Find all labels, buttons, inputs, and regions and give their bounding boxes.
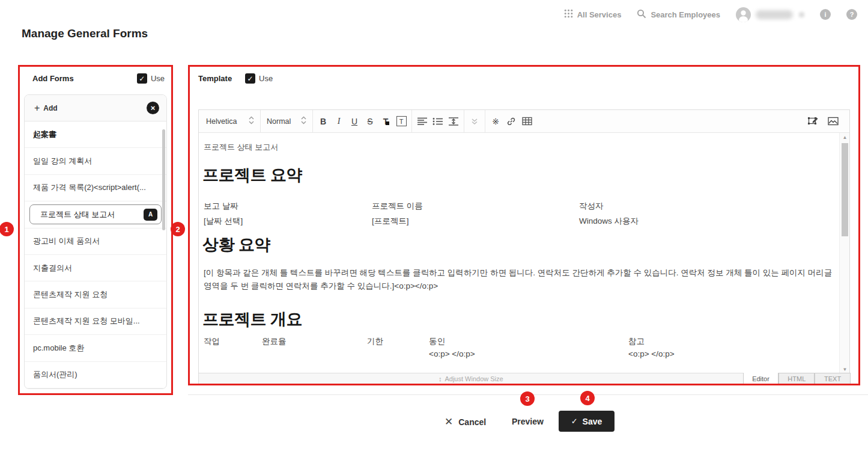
font-family-value: Helvetica — [206, 117, 237, 126]
help-icon[interactable]: ? — [846, 9, 857, 20]
more-tools-button[interactable] — [467, 113, 482, 130]
editor-content[interactable]: 프로젝트 상태 보고서 프로젝트 요약 보고 날짜 [날짜 선택] 프로젝트 이… — [199, 133, 840, 374]
image-button[interactable] — [825, 113, 841, 130]
paragraph-style-select[interactable]: Normal — [263, 116, 310, 126]
form-list-item[interactable]: 제품 가격 목록(2)<script>alert(... — [25, 175, 166, 201]
field-label: 작성자 — [579, 201, 639, 212]
add-form-label: Add — [43, 104, 57, 112]
save-label: Save — [583, 417, 602, 426]
user-menu-caret — [799, 12, 804, 17]
special-character-button[interactable]: ※ — [488, 113, 503, 130]
search-employees-button[interactable]: Search Employees — [637, 9, 720, 20]
scrollbar-thumb[interactable] — [842, 143, 848, 236]
all-services-button[interactable]: All Services — [564, 9, 622, 20]
add-forms-use-label: Use — [151, 74, 165, 83]
table-button[interactable] — [519, 113, 535, 130]
form-list-item[interactable]: 품의서(관리) — [25, 362, 166, 388]
editor-bottom-bar: ↕ Adjust Window Size Editor HTML TEXT — [199, 373, 851, 384]
annotation-circle-3: 3 — [520, 391, 535, 406]
template-use-checkbox[interactable]: ✓ — [245, 73, 255, 84]
bullet-list-button[interactable] — [430, 113, 446, 130]
footer-actions: ✕ Cancel Preview ✓ Save — [0, 411, 868, 435]
strikethrough-button[interactable]: S — [362, 113, 378, 130]
text-background-button[interactable]: T — [393, 113, 409, 130]
align-button[interactable] — [414, 113, 430, 130]
add-forms-use-checkbox[interactable]: ✓ — [137, 73, 147, 84]
template-header: Template ✓ Use — [188, 65, 860, 84]
cancel-label: Cancel — [458, 417, 486, 427]
plus-icon: + — [34, 103, 40, 114]
grid-icon — [564, 9, 573, 20]
form-list-item[interactable]: pc.mobile 호환 — [25, 335, 166, 361]
table-cell: <o:p> </o:p> — [429, 349, 475, 358]
add-form-button[interactable]: + Add — [34, 103, 58, 114]
topbar: All Services Search Employees i ? — [564, 6, 857, 23]
section-heading: 프로젝트 개요 — [202, 308, 302, 330]
bold-button[interactable]: B — [315, 113, 331, 130]
text-color-button[interactable]: T — [378, 113, 393, 130]
table-header: 기한 — [367, 336, 383, 347]
template-use-label: Use — [259, 74, 273, 83]
form-list-item[interactable]: 일일 강의 계획서 — [25, 148, 166, 174]
avatar — [736, 7, 751, 22]
add-form-row: + Add × — [25, 95, 166, 121]
page: All Services Search Employees i ? Manage… — [0, 0, 868, 463]
tab-html[interactable]: HTML — [778, 373, 815, 384]
annotation-circle-1: 1 — [0, 222, 14, 236]
doc-title: 프로젝트 상태 보고서 — [204, 142, 278, 153]
template-title: Template — [198, 74, 232, 83]
tab-editor[interactable]: Editor — [743, 373, 779, 384]
scroll-up-icon[interactable]: ▲ — [840, 135, 850, 140]
add-forms-panel: Add Forms ✓ Use + Add × 起案書 일일 강의 계획서 제품… — [18, 65, 173, 395]
form-list-item[interactable]: 콘텐츠제작 지원 요청 — [25, 281, 166, 308]
forms-list-scrollbar[interactable] — [162, 129, 165, 230]
form-list-item[interactable]: 콘텐츠제작 지원 요청 모바일... — [25, 308, 166, 335]
line-height-button[interactable] — [446, 113, 461, 130]
editor-scrollbar[interactable]: ▲ ▼ — [839, 133, 849, 374]
table-cell: <o:p> </o:p> — [628, 349, 675, 358]
cancel-button[interactable]: ✕ Cancel — [445, 415, 486, 428]
annotation-circle-4: 4 — [580, 391, 595, 405]
annotation-circle-2: 2 — [171, 222, 185, 236]
form-list-item-selected[interactable]: 프로젝트 상태 보고서 A — [25, 201, 166, 228]
editor-toolbar: Helvetica Normal — [199, 110, 849, 133]
add-forms-title: Add Forms — [32, 74, 74, 83]
link-button[interactable] — [503, 113, 519, 130]
table-header: 작업 — [204, 336, 220, 347]
edit-canvas-button[interactable] — [805, 113, 821, 130]
form-list-item[interactable]: 광고비 이체 품의서 — [25, 228, 166, 255]
selected-form-name: 프로젝트 상태 보고서 — [40, 209, 115, 220]
all-services-label: All Services — [577, 10, 622, 19]
section-heading: 프로젝트 요약 — [202, 164, 302, 186]
section-body: [이 항목과 같은 개체 틀 텍스트를 바꾸려면 해당 텍스트를 클릭하고 입력… — [204, 266, 834, 293]
search-employees-label: Search Employees — [651, 10, 720, 19]
underline-button[interactable]: U — [347, 113, 362, 130]
form-list-item[interactable]: 起案書 — [25, 121, 166, 148]
table-header: 참고 — [628, 336, 645, 347]
form-list-item[interactable]: 지출결의서 — [25, 255, 166, 281]
forms-list: + Add × 起案書 일일 강의 계획서 제품 가격 목록(2)<script… — [24, 94, 167, 389]
user-menu[interactable] — [736, 7, 804, 22]
resize-handle[interactable]: ↕ Adjust Window Size — [199, 373, 743, 384]
field-value: [프로젝트] — [372, 216, 423, 227]
save-button[interactable]: ✓ Save — [559, 411, 615, 432]
resize-label: Adjust Window Size — [445, 375, 503, 382]
user-name-blurred — [756, 10, 793, 19]
tab-text[interactable]: TEXT — [815, 373, 851, 384]
info-icon[interactable]: i — [820, 9, 831, 20]
preview-button[interactable]: Preview — [512, 417, 544, 426]
auto-badge: A — [144, 209, 157, 221]
scroll-down-icon[interactable]: ▼ — [840, 367, 850, 372]
field-label: 프로젝트 이름 — [372, 201, 423, 212]
check-icon: ✓ — [571, 417, 578, 426]
close-icon: ✕ — [445, 415, 453, 428]
clear-selection-button[interactable]: × — [147, 102, 159, 114]
stepper-icon — [301, 116, 306, 126]
italic-button[interactable]: I — [331, 113, 347, 130]
font-family-select[interactable]: Helvetica — [202, 116, 258, 126]
field-value: [날짜 선택] — [204, 216, 243, 227]
page-title: Manage General Forms — [22, 27, 148, 40]
rich-text-editor: Helvetica Normal — [198, 109, 850, 385]
resize-icon: ↕ — [439, 375, 442, 382]
selected-form-box[interactable]: 프로젝트 상태 보고서 A — [29, 204, 162, 224]
